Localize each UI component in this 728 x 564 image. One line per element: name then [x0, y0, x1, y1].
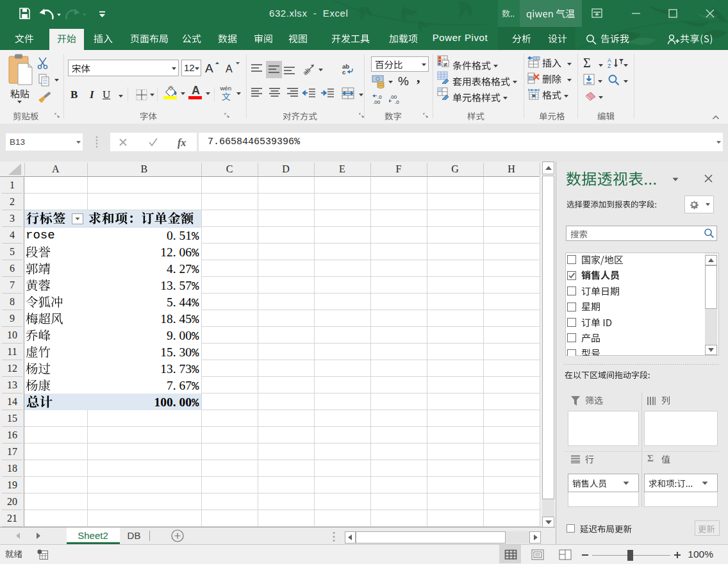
- svg-text:A: A: [226, 63, 233, 74]
- svg-text:c: c: [342, 69, 345, 75]
- svg-text:.0: .0: [395, 99, 399, 104]
- svg-text:ab: ab: [302, 66, 312, 75]
- svg-text:fx: fx: [178, 137, 186, 149]
- svg-text:.00: .00: [373, 99, 381, 104]
- svg-text:A: A: [205, 62, 213, 75]
- svg-text:Z: Z: [608, 63, 611, 69]
